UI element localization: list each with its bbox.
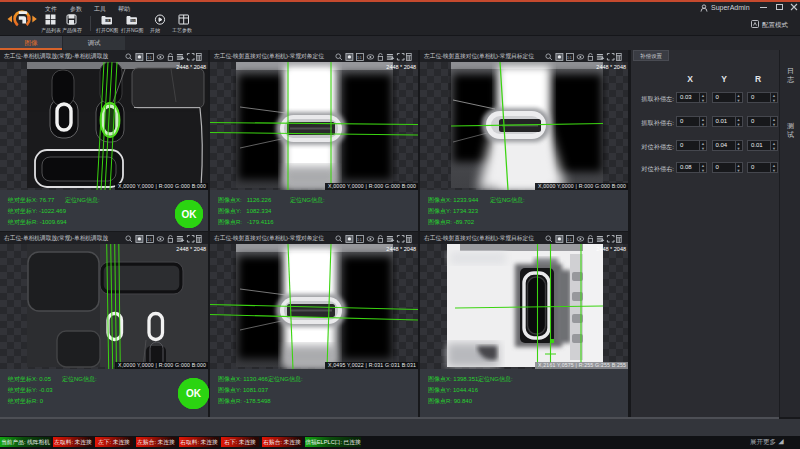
svg-text:1:1: 1:1 [357, 55, 362, 59]
svg-text:X,0000 Y,0000 | R:000 G:000 B:: X,0000 Y,0000 | R:000 G:000 B:000 [118, 183, 206, 189]
svg-text:1:1: 1:1 [567, 55, 572, 59]
svg-text:2448 * 2048: 2448 * 2048 [386, 246, 416, 252]
svg-text:2448 * 2048: 2448 * 2048 [596, 246, 626, 252]
svg-text:1:1: 1:1 [357, 237, 362, 241]
svg-text:X,0000 Y,0000 | R:000 G:000 B:: X,0000 Y,0000 | R:000 G:000 B:000 [118, 362, 206, 368]
svg-text:1:1: 1:1 [567, 237, 572, 241]
svg-text:X,0495 Y,0022 | R:031 G:031 B:: X,0495 Y,0022 | R:031 G:031 B:031 [328, 362, 416, 368]
svg-text:OK: OK [106, 19, 110, 23]
svg-text:X,0000 Y,0000 | R:000 G:000 B:: X,0000 Y,0000 | R:000 G:000 B:000 [328, 183, 416, 189]
svg-text:2448 * 2048: 2448 * 2048 [386, 64, 416, 70]
svg-text:X,2161 Y,0575 | R:255 G:255 B:: X,2161 Y,0575 | R:255 G:255 B:255 [538, 362, 626, 368]
svg-text:2448 * 2048: 2448 * 2048 [176, 246, 206, 252]
svg-text:1:1: 1:1 [147, 55, 152, 59]
svg-text:NG: NG [131, 19, 135, 23]
svg-text:1:1: 1:1 [147, 237, 152, 241]
svg-text:2448 * 2048: 2448 * 2048 [176, 64, 206, 70]
svg-text:2448 * 2048: 2448 * 2048 [596, 64, 626, 70]
svg-text:X,0000 Y,0000 | R:000 G:000 B:: X,0000 Y,0000 | R:000 G:000 B:000 [538, 183, 626, 189]
